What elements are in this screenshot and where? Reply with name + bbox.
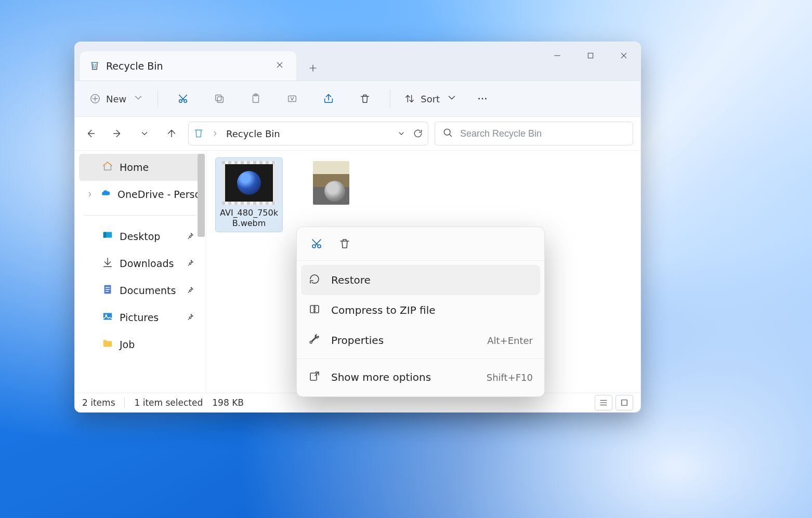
copy-button[interactable] [203,87,236,110]
window-maximize-button[interactable] [574,42,607,69]
sidebar-item-label: Home [120,162,149,173]
paste-button[interactable] [239,87,272,110]
chevron-down-icon [446,92,457,105]
sort-button-label: Sort [421,94,440,104]
restore-icon [308,273,321,288]
view-details-button[interactable] [595,395,612,410]
svg-point-12 [444,129,450,135]
share-button[interactable] [312,87,345,110]
chevron-right-icon [209,128,221,139]
context-item-label: Properties [331,334,384,347]
context-item-shortcut: Alt+Enter [487,335,533,346]
status-size: 198 KB [212,397,244,408]
video-thumbnail [222,161,276,205]
toolbar-separator [158,89,158,108]
image-thumbnail [313,161,349,205]
svg-rect-5 [216,95,221,101]
desktop-background: Recycle Bin New [0,0,812,518]
sidebar-item-label: Downloads [120,258,174,269]
svg-point-10 [482,98,483,100]
nav-back-button[interactable] [80,123,101,144]
sidebar-item-label: OneDrive - Perso [117,189,201,200]
pin-icon [186,231,194,242]
search-input[interactable] [459,128,625,140]
sidebar-item-pictures[interactable]: Pictures [79,304,202,331]
new-button[interactable]: New [84,87,149,110]
documents-icon [102,284,113,297]
downloads-icon [102,257,113,270]
context-item-label: Compress to ZIP file [331,304,436,316]
folder-icon [102,338,113,351]
zip-icon [308,303,321,318]
svg-rect-22 [310,373,317,380]
svg-rect-18 [622,400,627,406]
tab-close-button[interactable] [272,58,287,74]
tab-title: Recycle Bin [106,60,163,72]
tab-recycle-bin[interactable]: Recycle Bin [80,51,296,81]
context-item-label: Show more options [331,371,431,383]
context-item-restore[interactable]: Restore [301,265,540,295]
sidebar-item-downloads[interactable]: Downloads [79,250,202,277]
file-name: AVI_480_750kB.webm [218,208,280,229]
context-item-compress[interactable]: Compress to ZIP file [297,295,544,325]
search-icon [442,127,453,140]
sidebar-item-desktop[interactable]: Desktop [79,223,202,250]
breadcrumb-segment[interactable]: Recycle Bin [226,128,280,139]
sidebar-scrollbar[interactable] [197,153,206,391]
recycle-bin-icon [89,61,100,71]
chevron-right-icon[interactable] [86,191,94,198]
sidebar-item-onedrive[interactable]: OneDrive - Perso [79,181,202,208]
sidebar-item-documents[interactable]: Documents [79,277,202,304]
sidebar-item-home[interactable]: Home [79,154,202,181]
home-icon [102,161,113,174]
toolbar-separator [390,89,390,108]
sidebar-item-label: Documents [120,285,176,296]
context-item-more-options[interactable]: Show more options Shift+F10 [297,362,544,392]
svg-point-11 [485,98,487,100]
window-minimize-button[interactable] [541,42,574,69]
sidebar-item-job[interactable]: Job [79,331,202,358]
more-options-icon [308,370,321,385]
delete-button[interactable] [348,87,382,110]
cut-button[interactable] [166,87,200,110]
address-bar[interactable]: Recycle Bin [188,122,428,145]
chevron-down-icon[interactable] [396,128,407,139]
svg-point-9 [478,98,480,100]
desktop-icon [102,230,113,243]
new-button-label: New [106,94,126,104]
window-controls [541,42,640,69]
window-close-button[interactable] [607,42,640,69]
nav-up-button[interactable] [161,123,182,144]
view-icons-button[interactable] [615,395,633,410]
sidebar-item-label: Job [120,339,135,350]
nav-recent-button[interactable] [134,123,155,144]
status-item-count: 2 items [82,397,115,408]
sidebar-item-label: Pictures [120,312,159,323]
titlebar: Recycle Bin [75,42,640,81]
search-box[interactable] [435,122,633,145]
nav-forward-button[interactable] [107,123,128,144]
refresh-button[interactable] [412,128,424,139]
context-menu: Restore Compress to ZIP file Properties … [296,227,545,397]
tab-strip: Recycle Bin [75,42,325,81]
svg-rect-4 [218,97,224,102]
context-item-label: Restore [331,274,371,286]
address-row: Recycle Bin [75,117,640,151]
navigation-pane: Home OneDrive - Perso Desktop [75,151,206,393]
sort-button[interactable]: Sort [399,87,463,110]
context-menu-quick-actions [297,227,544,261]
scrollbar-thumb[interactable] [198,154,205,237]
properties-icon [308,333,321,348]
context-cut-button[interactable] [307,234,326,253]
pin-icon [186,258,194,269]
new-tab-button[interactable] [300,56,325,81]
more-button[interactable] [466,87,499,110]
svg-rect-14 [103,232,107,238]
context-delete-button[interactable] [335,234,354,253]
context-item-properties[interactable]: Properties Alt+Enter [297,325,544,355]
chevron-down-icon [133,92,144,105]
pin-icon [186,312,194,323]
file-item[interactable] [298,158,364,211]
file-item[interactable]: AVI_480_750kB.webm [216,158,282,232]
rename-button[interactable] [276,87,309,110]
